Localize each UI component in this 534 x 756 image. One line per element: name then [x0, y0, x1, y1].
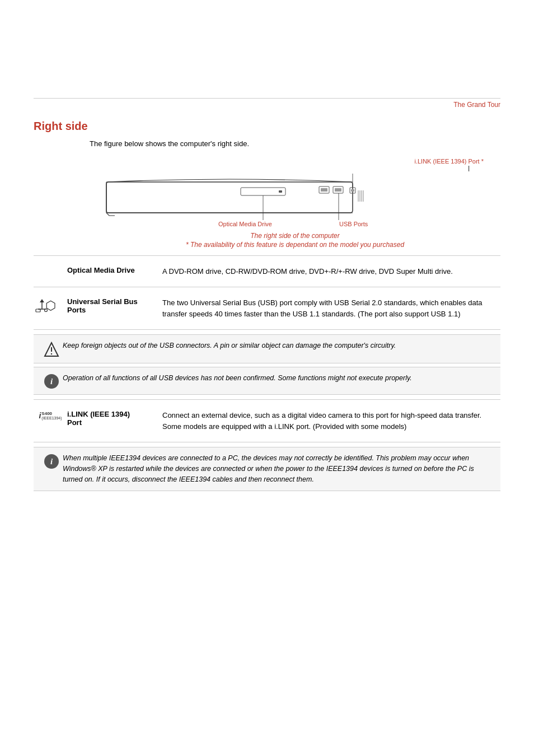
- ilink-desc: Connect an external device, such as a di…: [162, 410, 500, 432]
- optical-drive-icon-cell: [34, 266, 67, 267]
- header-line: [34, 98, 500, 99]
- figure-container: i.LINK (IEEE 1394) Port * |: [90, 158, 500, 249]
- warning-triangle-icon: [44, 342, 59, 357]
- svg-rect-9: [351, 189, 354, 192]
- laptop-illustration: [101, 171, 500, 223]
- intro-text: The figure below shows the computer's ri…: [90, 139, 500, 148]
- figure-note: * The availability of this feature is de…: [90, 241, 500, 249]
- ilink-icon: i S400 (IEEE1394): [39, 411, 62, 420]
- usb-ports-fig-label: USB Ports: [339, 221, 368, 227]
- warning-notice: Keep foreign objects out of the USB conn…: [34, 334, 500, 363]
- section-title: Right side: [34, 120, 500, 133]
- ilink-table-row: i S400 (IEEE1394) i.LINK (IEEE 1394) Por…: [34, 404, 500, 437]
- optical-drive-label: Optical Media Drive: [67, 266, 162, 274]
- info-notice-1-text: Operation of all functions of all USB de…: [63, 373, 494, 384]
- ilink-label-cell: i.LINK (IEEE 1394) Port: [67, 410, 162, 427]
- usb-ports-label: Universal Serial Bus Ports: [67, 297, 162, 314]
- divider-2: [34, 287, 500, 287]
- divider-1: [34, 255, 500, 256]
- info-icon-2: i: [44, 454, 59, 469]
- svg-marker-18: [40, 299, 44, 302]
- divider-5: [34, 442, 500, 442]
- figure-caption: The right side of the computer: [90, 232, 500, 240]
- info-notice-1: i Operation of all functions of all USB …: [34, 367, 500, 395]
- warning-notice-text: Keep foreign objects out of the USB conn…: [63, 340, 494, 351]
- divider-3: [34, 329, 500, 330]
- usb-icon-cell: ⬡: [34, 297, 67, 313]
- ilink-icon-cell: i S400 (IEEE1394): [34, 410, 67, 420]
- optical-drive-desc: A DVD-ROM drive, CD-RW/DVD-ROM drive, DV…: [162, 266, 500, 277]
- ilink-notice: i When multiple IEEE1394 devices are con…: [34, 447, 500, 491]
- warning-icon-cell: [40, 340, 63, 357]
- table-row: Optical Media Drive A DVD-ROM drive, CD-…: [34, 260, 500, 283]
- main-content: Right side The figure below shows the co…: [34, 109, 500, 491]
- svg-point-25: [51, 353, 52, 354]
- ilink-arrow: |: [90, 166, 470, 171]
- optical-drive-fig-label: Optical Media Drive: [218, 221, 272, 227]
- page-container: The Grand Tour Right side The figure bel…: [0, 98, 534, 756]
- ilink-port-label: i.LINK (IEEE 1394) Port *: [90, 158, 484, 165]
- chapter-label: The Grand Tour: [0, 101, 500, 109]
- svg-rect-3: [279, 190, 282, 193]
- svg-rect-0: [106, 182, 353, 213]
- svg-rect-7: [335, 188, 341, 192]
- info-icon-1: i: [44, 374, 59, 389]
- info-icon-cell-1: i: [40, 373, 63, 389]
- info-icon-cell-2: i: [40, 453, 63, 469]
- svg-rect-5: [321, 188, 327, 192]
- table-row: ⬡ Universal Serial Bus Ports The two Uni…: [34, 292, 500, 325]
- ilink-notice-text: When multiple IEEE1394 devices are conne…: [63, 453, 494, 484]
- divider-4: [34, 399, 500, 400]
- usb-ports-desc: The two Universal Serial Bus (USB) port …: [162, 297, 500, 319]
